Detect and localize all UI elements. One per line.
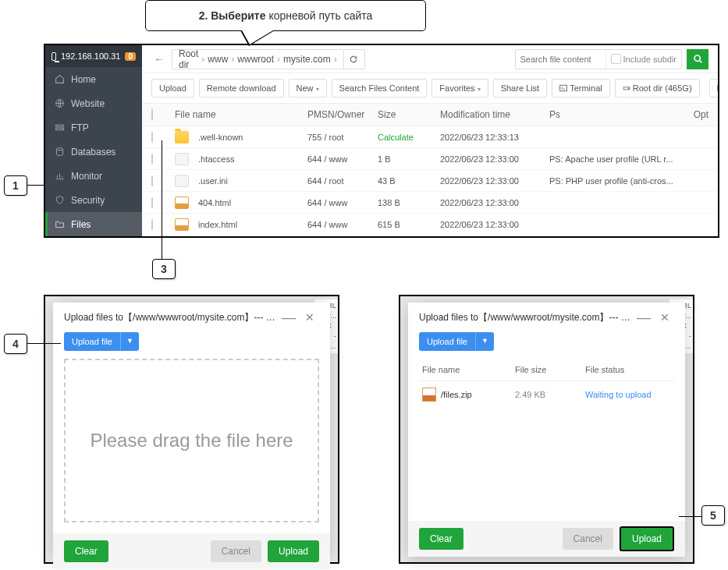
upload-dialog: Upload files to【/www/wwwroot/mysite.com】… — [53, 303, 330, 557]
sidebar-item-monitor[interactable]: Monitor — [45, 164, 142, 188]
sidebar-item-ftp[interactable]: FTP — [45, 115, 142, 140]
file-size: 615 B — [378, 220, 440, 229]
row-checkbox[interactable] — [151, 197, 153, 208]
file-time: 2022/06/23 12:33:00 — [440, 176, 549, 186]
upload-dialog-frame-left: URL r... X -cros... Upload files to【/www… — [44, 295, 339, 564]
upload-confirm-button[interactable]: Upload — [620, 526, 674, 551]
shield-icon — [55, 195, 65, 205]
col-size[interactable]: Size — [378, 109, 440, 120]
upload-confirm-button[interactable]: Upload — [268, 540, 319, 562]
row-checkbox[interactable] — [151, 132, 153, 143]
file-ps: PS: PHP user profile (anti-cros... — [549, 176, 677, 186]
favorites-button[interactable]: Favorites ▾ — [431, 79, 488, 97]
file-name: index.html — [198, 220, 237, 229]
file-pmsn: 644 / www — [307, 220, 378, 229]
share-list-button[interactable]: Share List — [493, 79, 548, 97]
back-button[interactable]: ← — [151, 51, 167, 67]
file-size[interactable]: Calculate — [378, 133, 440, 142]
table-row[interactable]: .well-known755 / rootCalculate2022/06/23… — [142, 126, 718, 148]
table-header: File name PMSN/Owner Size Modification t… — [142, 103, 718, 126]
file-name: 404.html — [198, 198, 231, 207]
sidebar-item-home[interactable]: Home — [45, 67, 142, 91]
sidebar-item-files[interactable]: Files — [45, 212, 142, 236]
cancel-button[interactable]: Cancel — [211, 540, 261, 562]
chevron-down-icon: ▾ — [316, 86, 319, 93]
search-group: Include subdir — [515, 49, 683, 69]
upload-file-split-button: Upload file ▼ — [64, 332, 139, 351]
col-time[interactable]: Modification time — [440, 109, 549, 120]
upload-file-button[interactable]: Upload file — [64, 332, 120, 351]
favorites-label: Favorites — [439, 83, 474, 93]
row-checkbox[interactable] — [151, 175, 153, 186]
upload-row[interactable]: /files.zip 2.49 KB Waiting to upload — [419, 381, 674, 408]
html-icon — [175, 196, 189, 209]
breadcrumb-segment[interactable]: Root dir — [179, 48, 198, 70]
dropzone[interactable]: Please drag the file here — [64, 359, 319, 522]
checkbox-icon — [611, 54, 621, 64]
breadcrumb-segment[interactable]: wwwroot — [237, 54, 274, 65]
sidebar-item-security[interactable]: Security — [45, 188, 142, 212]
minimize-button[interactable]: — — [277, 310, 300, 326]
search-input[interactable] — [516, 55, 605, 64]
select-all-checkbox[interactable] — [151, 108, 153, 121]
terminal-button[interactable]: Terminal — [552, 79, 610, 97]
search-button[interactable] — [687, 49, 708, 69]
breadcrumb-path[interactable]: Root dir› www› wwwroot› mysite.com› — [172, 49, 344, 69]
globe-icon — [55, 98, 65, 108]
new-label: New — [297, 83, 314, 93]
sidebar-item-label: Home — [71, 74, 96, 85]
search-files-button[interactable]: Search Files Content — [332, 79, 428, 97]
include-subdir-checkbox[interactable]: Include subdir — [605, 50, 682, 69]
clear-button[interactable]: Clear — [64, 540, 108, 562]
toolbar: Upload Remote download New ▾ Search File… — [142, 73, 718, 103]
close-button[interactable]: ✕ — [300, 311, 319, 324]
refresh-icon — [349, 55, 358, 64]
sidebar-item-label: Website — [71, 98, 105, 109]
file-time: 2022/06/23 12:33:00 — [440, 154, 549, 164]
search-icon — [693, 54, 703, 64]
upload-button[interactable]: Upload — [151, 79, 194, 97]
col-name[interactable]: File name — [175, 109, 307, 120]
backup-pmsn-button[interactable]: Backup PMSN — [709, 79, 719, 97]
breadcrumb-segment[interactable]: www — [208, 54, 228, 65]
remote-download-button[interactable]: Remote download — [199, 79, 284, 97]
folder-icon — [55, 219, 65, 229]
new-button[interactable]: New ▾ — [289, 79, 327, 97]
table-row[interactable]: index.html644 / www615 B2022/06/23 12:33… — [142, 214, 718, 235]
upload-file-caret[interactable]: ▼ — [475, 332, 494, 351]
sidebar-item-label: Databases — [71, 147, 115, 158]
minimize-button[interactable]: — — [632, 310, 655, 326]
upload-dialog-frame-right: URL r... X -cros... Upload files to【/www… — [399, 295, 694, 564]
step-5-label: 5 — [701, 505, 725, 526]
sidebar-item-website[interactable]: Website — [45, 91, 142, 115]
upload-file-caret[interactable]: ▼ — [120, 332, 139, 351]
col-ps[interactable]: Ps — [549, 109, 677, 120]
file-pmsn: 644 / www — [307, 198, 378, 207]
table-row[interactable]: .user.ini644 / root43 B2022/06/23 12:33:… — [142, 170, 718, 192]
upload-dialog: Upload files to【/www/wwwroot/mysite.com】… — [408, 303, 685, 557]
notification-badge[interactable]: 0 — [125, 52, 136, 61]
breadcrumb-segment[interactable]: mysite.com — [283, 54, 331, 65]
folder-icon — [175, 131, 189, 143]
col-pmsn[interactable]: PMSN/Owner — [307, 109, 378, 120]
close-button[interactable]: ✕ — [655, 311, 674, 324]
upload-file-button[interactable]: Upload file — [419, 332, 475, 351]
terminal-label: Terminal — [570, 83, 602, 93]
sidebar-item-databases[interactable]: Databases — [45, 140, 142, 164]
svg-point-8 — [628, 88, 629, 89]
upload-file-size: 2.49 KB — [515, 390, 585, 399]
sidebar: 192.168.100.31 0 Home Website FTP Databa… — [45, 45, 142, 236]
dialog-title: Upload files to【/www/wwwroot/mysite.com】… — [64, 311, 277, 324]
row-checkbox[interactable] — [151, 219, 153, 230]
refresh-button[interactable] — [343, 49, 365, 69]
root-disk-button[interactable]: Root dir (465G) — [615, 79, 700, 97]
cancel-button[interactable]: Cancel — [563, 528, 613, 550]
sidebar-item-terminal[interactable]: Terminal — [45, 236, 142, 238]
clear-button[interactable]: Clear — [419, 528, 463, 550]
table-row[interactable]: .htaccess644 / www1 B2022/06/23 12:33:00… — [142, 148, 718, 170]
dialog-title: Upload files to【/www/wwwroot/mysite.com】… — [419, 311, 632, 324]
file-pmsn: 644 / www — [307, 154, 378, 164]
table-row[interactable]: 404.html644 / www138 B2022/06/23 12:33:0… — [142, 192, 718, 214]
file-time: 2022/06/23 12:33:00 — [440, 198, 549, 207]
row-checkbox[interactable] — [151, 154, 153, 165]
